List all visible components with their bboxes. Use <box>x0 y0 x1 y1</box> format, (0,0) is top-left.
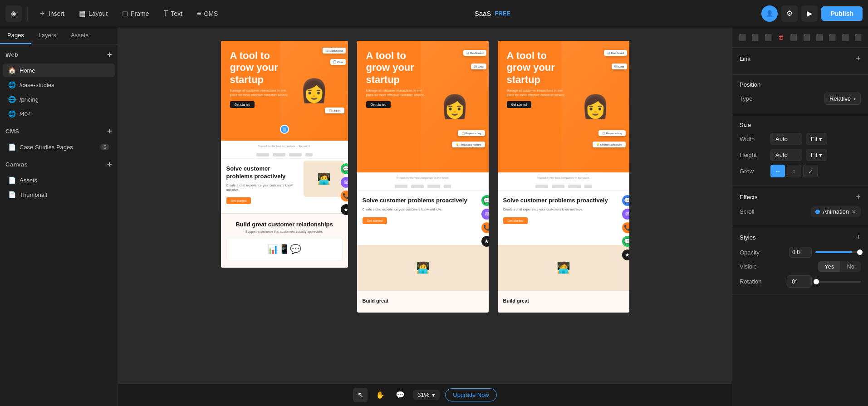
align-bottom-button[interactable]: ⬛ <box>814 31 825 44</box>
hero-cta-2[interactable]: Get started <box>366 101 391 108</box>
zoom-control[interactable]: 31% ▾ <box>413 390 440 400</box>
effects-add-button[interactable]: + <box>856 192 861 202</box>
logo-ph-5 <box>395 185 407 188</box>
preview-button[interactable]: ▶ <box>801 5 818 22</box>
topbar-separator <box>27 7 28 20</box>
height-label: Height <box>740 152 767 158</box>
grow-vertical-button[interactable]: ↕ <box>787 165 801 177</box>
chat-icon-orange-3: 📞 <box>622 222 629 233</box>
hero-cta-1[interactable]: Get started <box>230 101 255 108</box>
height-fit-select[interactable]: Fit ▾ <box>806 149 827 161</box>
canvas-assets[interactable]: 📄 Assets <box>3 173 115 187</box>
cms-case-studies[interactable]: 📄 Case Studies Pages 6 <box>3 140 115 154</box>
position-type-select[interactable]: Relative ▾ <box>824 93 861 105</box>
solve-cta-3[interactable]: Get started <box>503 217 528 224</box>
delete-button[interactable]: 🗑 <box>775 31 786 44</box>
align-center-h-button[interactable]: ⬛ <box>750 31 760 44</box>
frame-button[interactable]: ◻ Frame <box>117 6 154 20</box>
web-add-button[interactable]: + <box>107 50 112 59</box>
user-avatar-button[interactable]: 👤 <box>761 5 778 22</box>
page-home[interactable]: 🏠 Home <box>3 64 115 77</box>
page-404[interactable]: 🌐 /404 <box>3 107 115 121</box>
logo-button[interactable]: ◈ <box>5 5 22 22</box>
scroll-row: Scroll Animation ✕ <box>740 206 861 217</box>
grow-horizontal-button[interactable]: ↔ <box>770 165 785 177</box>
select-tool-button[interactable]: ↖ <box>353 388 368 402</box>
chat-icon-purple-3: ✉ <box>622 209 629 220</box>
canvas-thumbnail[interactable]: 📄 Thumbnail <box>3 188 115 201</box>
logo-icon: ◈ <box>11 9 16 18</box>
distribute-h-button[interactable]: ⬛ <box>827 31 838 44</box>
cms-icon: ≡ <box>197 10 201 18</box>
tab-assets[interactable]: Assets <box>64 27 96 44</box>
visible-row: Visible Yes No <box>740 261 861 272</box>
logo-ph-7 <box>427 185 440 188</box>
cms-add-button[interactable]: + <box>107 127 112 136</box>
canvas-add-button[interactable]: + <box>107 160 112 169</box>
rotation-slider-thumb[interactable] <box>814 279 819 284</box>
align-right-button[interactable]: ⬛ <box>763 31 774 44</box>
insert-button[interactable]: ＋ Insert <box>33 6 70 21</box>
hero-cta-3[interactable]: Get started <box>507 101 532 108</box>
logo-ph-6 <box>411 185 424 188</box>
width-fit-select[interactable]: Fit ▾ <box>806 133 827 145</box>
opacity-input[interactable] <box>789 247 812 258</box>
settings-button[interactable]: ⚙ <box>781 5 798 22</box>
size-section: Size Width Fit ▾ Height Fit ▾ Grow <box>732 115 868 186</box>
tab-pages[interactable]: Pages <box>0 27 31 44</box>
canvas-content: A tool to grow your startup Manage all c… <box>118 27 732 383</box>
tab-layers[interactable]: Layers <box>31 27 64 44</box>
canvas-section-header: Canvas + <box>0 154 118 173</box>
publish-button[interactable]: Publish <box>821 6 863 21</box>
solve-cta-1[interactable]: Get started <box>226 197 251 204</box>
text-label: Text <box>171 10 182 17</box>
opacity-slider[interactable] <box>815 251 861 253</box>
animation-remove-button[interactable]: ✕ <box>852 209 856 215</box>
text-button[interactable]: T Text <box>158 7 188 20</box>
logo-ph-3 <box>289 153 302 157</box>
hero-3: A tool to grow your startup Manage all c… <box>498 41 629 172</box>
styles-header: Styles + <box>740 233 861 242</box>
link-add-button[interactable]: + <box>856 54 861 64</box>
layout-button[interactable]: ▦ Layout <box>74 6 113 20</box>
comment-tool-button[interactable]: 💬 <box>393 388 407 402</box>
layout-label: Layout <box>88 10 108 17</box>
solve-cta-2[interactable]: Get started <box>363 217 387 224</box>
upgrade-button[interactable]: Upgrade Now <box>445 388 497 401</box>
rotation-input[interactable] <box>787 275 812 288</box>
cms-badge: 6 <box>100 144 109 150</box>
grow-both-button[interactable]: ⤢ <box>803 165 818 177</box>
visible-no-button[interactable]: No <box>840 261 861 272</box>
page-case-studies[interactable]: 🌐 /case-studies <box>3 78 115 92</box>
hero-title-2: A tool to grow your startup <box>366 50 425 86</box>
page-frame-2[interactable]: A tool to grow your startup Manage all c… <box>357 41 489 313</box>
grow-label: Grow <box>740 168 767 175</box>
height-input[interactable] <box>770 149 802 161</box>
cms-button[interactable]: ≡ CMS <box>191 7 223 20</box>
width-row: Width Fit ▾ <box>740 133 861 145</box>
chat-icon-green-3: 💬 <box>622 236 629 247</box>
hand-tool-button[interactable]: ✋ <box>373 388 387 402</box>
visible-yes-button[interactable]: Yes <box>818 261 840 272</box>
rotation-control <box>787 275 861 288</box>
animation-tag: Animation ✕ <box>811 206 861 217</box>
cms-section-header: CMS + <box>0 121 118 140</box>
chat-icon-purple-1: ✉ <box>341 177 348 188</box>
distribute-v-button[interactable]: ⬛ <box>839 31 850 44</box>
rotation-slider[interactable] <box>815 281 861 283</box>
align-top-button[interactable]: ⬛ <box>788 31 799 44</box>
floating-icons-3: 💬 ✉ 📞 💬 ★ <box>622 195 629 260</box>
page-pricing[interactable]: 🌐 /pricing <box>3 93 115 106</box>
width-input[interactable] <box>770 133 802 145</box>
wrap-button[interactable]: ⬛ <box>853 31 863 44</box>
page-frame-1[interactable]: A tool to grow your startup Manage all c… <box>221 41 348 268</box>
floating-icons-2: 💬 ✉ 📞 ★ <box>481 195 489 247</box>
trusted-bar-2: Trusted by the best companies in the wor… <box>357 172 489 183</box>
opacity-slider-thumb[interactable] <box>857 249 863 255</box>
styles-add-button[interactable]: + <box>856 233 861 242</box>
chat-icon-orange-1: 📞 <box>341 191 348 201</box>
file-icon-2: 📄 <box>8 176 16 184</box>
align-left-button[interactable]: ⬛ <box>737 31 748 44</box>
align-middle-button[interactable]: ⬛ <box>801 31 812 44</box>
page-frame-3[interactable]: A tool to grow your startup Manage all c… <box>498 41 629 313</box>
